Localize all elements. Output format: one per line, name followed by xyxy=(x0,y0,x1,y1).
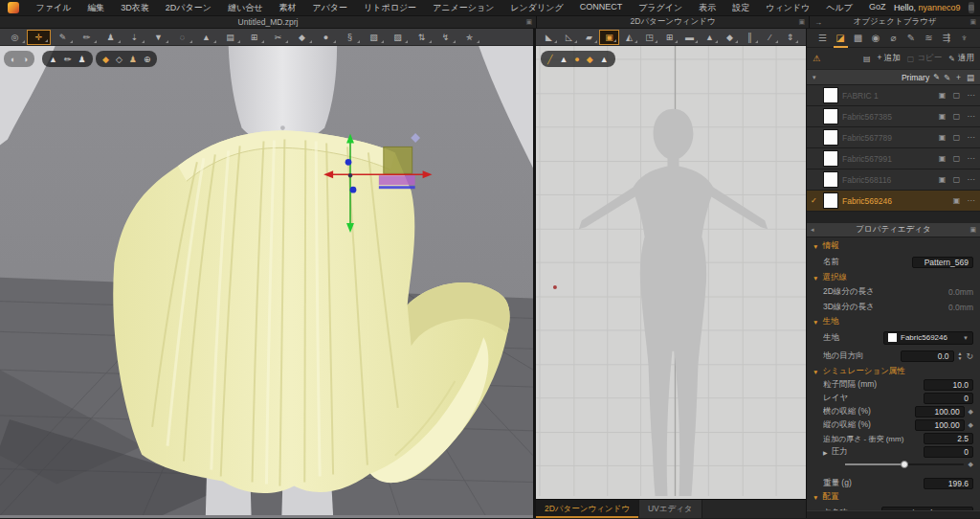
section-info[interactable]: ▼情報 xyxy=(807,239,980,253)
arrangement-icon[interactable]: ▤ xyxy=(218,30,242,45)
fabric-list-item[interactable]: ✓ Fabric567385 ▣ ▢ ⋯ xyxy=(807,106,980,127)
more-options-icon[interactable]: ⋯ xyxy=(966,112,976,121)
pattern-name-field[interactable] xyxy=(912,257,973,268)
menu-item[interactable]: ヘルプ xyxy=(818,2,861,14)
fabric-view-icon[interactable]: ◆ xyxy=(102,55,109,64)
garment-up-icon[interactable]: ▲ xyxy=(600,55,609,64)
pane-tab[interactable]: UVエディタ xyxy=(639,500,702,518)
menu-item[interactable]: 設定 xyxy=(724,2,758,14)
fabric-swatch[interactable] xyxy=(823,108,838,124)
fabric-swatch[interactable] xyxy=(823,150,838,167)
save-fabric-icon[interactable]: ▣ xyxy=(937,91,947,100)
menu-item[interactable]: アバター xyxy=(304,2,356,14)
save-fabric-icon[interactable]: ▣ xyxy=(937,133,947,142)
shrink-warp-field[interactable] xyxy=(915,419,965,431)
more-options-icon[interactable]: ⋯ xyxy=(966,196,976,205)
menu-item[interactable]: 2Dパターン xyxy=(157,2,219,14)
duplicate-fabric-icon[interactable]: ▢ xyxy=(951,154,962,163)
fabric-list-item[interactable]: ✓ Fabric569246 ▣ ▢ ⋯ xyxy=(807,191,980,212)
info-toggle-icon[interactable]: ● xyxy=(574,55,579,64)
add-collection-icon[interactable]: + xyxy=(956,73,961,82)
fabric-dropdown[interactable]: Fabric569246 ▼ xyxy=(883,331,973,345)
folder-icon[interactable]: ▤ xyxy=(967,73,974,82)
simulate-icon[interactable]: ◎ xyxy=(3,30,27,45)
save-fabric-icon[interactable]: ▣ xyxy=(951,196,962,205)
section-simulation[interactable]: ▼シミュレーション属性 xyxy=(807,365,980,378)
menu-item[interactable]: 縫い合せ xyxy=(220,2,271,14)
topstitch-tab-icon[interactable]: ✎ xyxy=(904,29,919,48)
fabric-toggle-icon[interactable]: ◆ xyxy=(587,55,593,64)
fabric-swatch[interactable] xyxy=(823,171,838,188)
fabric-circle-icon[interactable]: ● xyxy=(314,30,338,45)
menu-item[interactable]: ウィンドウ xyxy=(758,2,818,14)
internal-polygon-icon[interactable]: ◭ xyxy=(619,30,639,45)
hook-icon[interactable]: ↯ xyxy=(434,30,457,45)
flatten-icon[interactable]: ◆ xyxy=(290,30,314,45)
grainline-field[interactable] xyxy=(901,350,954,362)
pen-mode-icon[interactable]: ╱ xyxy=(547,55,552,64)
select-move-icon[interactable]: ✛ xyxy=(27,30,51,45)
avatar-head-icon[interactable]: ♟ xyxy=(129,55,137,64)
panel-scroll-strip[interactable] xyxy=(807,510,980,518)
popout-icon[interactable]: ▣ xyxy=(969,226,976,234)
layer-field[interactable] xyxy=(924,393,973,404)
more-options-icon[interactable]: ⋯ xyxy=(966,154,976,163)
needle-icon[interactable]: ⇣ xyxy=(122,30,146,45)
save-fabric-icon[interactable]: ▣ xyxy=(937,175,947,184)
button-tab-icon[interactable]: ◉ xyxy=(869,29,883,48)
sphere-a-icon[interactable]: ◐ xyxy=(11,55,15,64)
graphic-tab-icon[interactable]: ▩ xyxy=(851,29,865,48)
guideline-icon[interactable]: ║ xyxy=(740,30,760,45)
trim-tab-icon[interactable]: ♆ xyxy=(957,29,971,48)
steam-icon[interactable]: ◌ xyxy=(170,30,194,45)
fabric-swatch[interactable] xyxy=(823,129,838,146)
more-options-icon[interactable]: ⋯ xyxy=(966,91,976,100)
fabric-list-item[interactable]: ✓ Fabric567789 ▣ ▢ ⋯ xyxy=(807,127,980,148)
menu-item[interactable]: 表示 xyxy=(691,2,724,14)
keyframe-diamond-icon[interactable]: ◆ xyxy=(969,461,973,468)
slash-tool-icon[interactable]: ⁄ xyxy=(760,30,780,45)
menu-item[interactable]: 3D衣装 xyxy=(113,2,158,14)
fit-garment-icon[interactable]: ▲ xyxy=(194,30,218,45)
transform-pattern-icon[interactable]: ◣ xyxy=(539,30,559,45)
rectangle-tool-icon[interactable]: ▰ xyxy=(579,30,599,45)
particle-distance-field[interactable] xyxy=(924,379,973,391)
stepper-icons[interactable]: ▲▼ xyxy=(958,351,963,360)
uv-square-icon[interactable]: ▨ xyxy=(386,30,410,45)
library-button[interactable]: ▤ xyxy=(863,55,871,63)
scene-tab-icon[interactable]: ☰ xyxy=(815,29,830,48)
more-options-icon[interactable]: ⋯ xyxy=(966,133,976,142)
save-fabric-icon[interactable]: ▣ xyxy=(937,112,947,121)
thickness-field[interactable] xyxy=(924,433,973,444)
bounding-volume-icon[interactable]: ⊞ xyxy=(242,30,266,45)
duplicate-fabric-icon[interactable]: ▢ xyxy=(951,175,962,184)
garment-show-icon[interactable]: ▲ xyxy=(559,55,568,64)
shrink-weft-field[interactable] xyxy=(915,406,965,417)
fabric-swatch[interactable] xyxy=(823,87,838,103)
weight-field[interactable] xyxy=(924,478,973,489)
fabric-list-item[interactable]: ✓ FABRIC 1 ▣ ▢ ⋯ xyxy=(807,85,980,106)
fabric-list-item[interactable]: ✓ Fabric567991 ▣ ▢ ⋯ xyxy=(807,148,980,169)
menu-item[interactable]: プラグイン xyxy=(631,2,691,14)
keyframe-diamond-icon[interactable]: ◆ xyxy=(969,421,973,429)
popout-icon[interactable]: ▣ xyxy=(798,18,805,26)
sewing-icon[interactable]: ◆ xyxy=(720,30,740,45)
menu-item[interactable]: CONNECT xyxy=(571,2,631,14)
reset-icon[interactable]: ↻ xyxy=(966,351,973,361)
section-selected-line[interactable]: ▼選択線 xyxy=(807,271,980,284)
menu-item[interactable]: GoZ xyxy=(860,2,894,14)
fold-garment-icon[interactable]: ▼ xyxy=(146,30,170,45)
shirt-2d-icon[interactable]: ▲ xyxy=(700,30,720,45)
dock-arrow-icon[interactable]: → xyxy=(814,18,822,27)
fabric-list-item[interactable]: ✓ Fabric568116 ▣ ▢ ⋯ xyxy=(807,169,980,191)
texture-icon[interactable]: ▧ xyxy=(362,30,386,45)
pen-tool-icon[interactable]: ✎ xyxy=(51,30,75,45)
duplicate-fabric-icon[interactable]: ▢ xyxy=(951,133,962,142)
collapse-caret-icon[interactable]: ▾ xyxy=(813,74,816,81)
show-garment-icon[interactable]: ▲ xyxy=(49,55,57,64)
menu-item[interactable]: ファイル xyxy=(28,2,79,14)
menu-item[interactable]: アニメーション xyxy=(425,2,502,14)
copy-fabric-button[interactable]: ▢コピー xyxy=(907,53,942,64)
show-avatar-icon[interactable]: ♟ xyxy=(78,55,85,64)
polygon-tool-icon[interactable]: ▣ xyxy=(599,30,619,45)
